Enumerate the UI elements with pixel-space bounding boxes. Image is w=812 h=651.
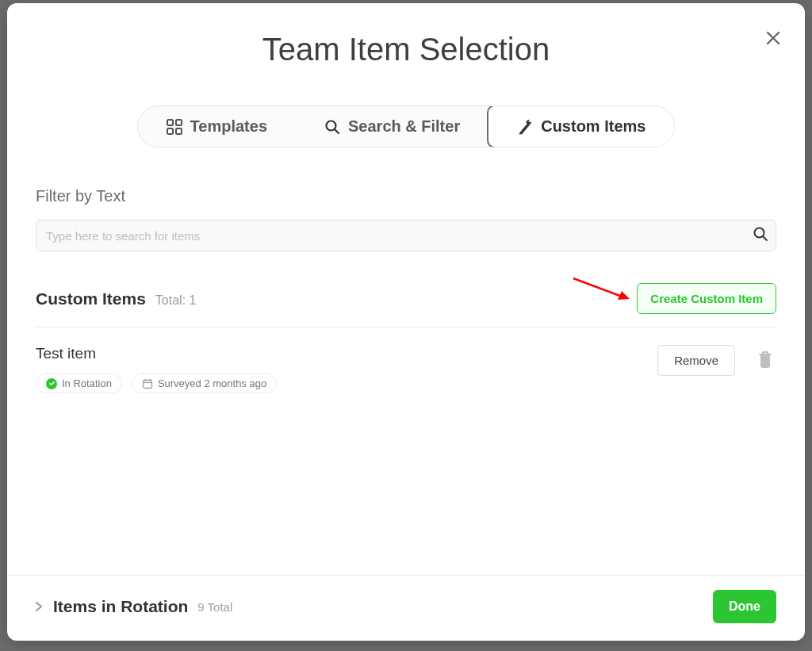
tab-templates[interactable]: Templates: [138, 106, 296, 147]
chip-label: In Rotation: [62, 377, 112, 389]
filter-label: Filter by Text: [36, 187, 776, 205]
modal-title: Team Item Selection: [36, 32, 776, 67]
svg-line-5: [335, 129, 339, 133]
modal-footer: Items in Rotation 9 Total Done: [7, 575, 805, 641]
search-icon: [753, 226, 768, 245]
tab-bar: Templates Search & Filter Custom Items: [36, 105, 776, 147]
svg-rect-14: [761, 354, 769, 367]
tools-icon: [517, 119, 533, 135]
svg-rect-10: [143, 380, 151, 388]
grid-icon: [167, 119, 182, 135]
svg-rect-0: [167, 120, 173, 125]
calendar-icon: [142, 378, 153, 389]
tab-group: Templates Search & Filter Custom Items: [137, 105, 676, 147]
custom-item-row: Test item In Rotation Surveyed 2 months …: [36, 327, 776, 411]
footer-title: Items in Rotation: [53, 597, 188, 616]
svg-line-8: [573, 278, 624, 297]
tab-label: Custom Items: [541, 117, 645, 136]
tab-label: Templates: [190, 117, 267, 136]
chevron-right-icon: [34, 600, 44, 613]
tab-label: Search & Filter: [348, 117, 460, 136]
footer-subtitle: 9 Total: [197, 600, 232, 614]
svg-marker-9: [618, 291, 630, 300]
item-chips: In Rotation Surveyed 2 months ago: [36, 373, 277, 393]
custom-items-header: Custom Items Total: 1 Create Custom Item: [36, 283, 776, 327]
svg-rect-2: [167, 128, 173, 134]
check-badge-icon: [46, 378, 57, 389]
search-input[interactable]: [36, 220, 776, 251]
remove-button[interactable]: Remove: [657, 345, 735, 376]
annotation-arrow: [570, 274, 634, 304]
search-icon: [324, 119, 340, 135]
close-icon: [766, 31, 780, 45]
chip-rotation: In Rotation: [36, 373, 122, 393]
custom-items-title: Custom Items: [36, 289, 146, 308]
done-button[interactable]: Done: [713, 590, 776, 623]
svg-rect-1: [176, 120, 182, 125]
create-custom-item-button[interactable]: Create Custom Item: [637, 283, 776, 314]
trash-icon: [757, 350, 773, 368]
tab-search-filter[interactable]: Search & Filter: [296, 106, 488, 147]
svg-rect-3: [176, 128, 182, 134]
custom-items-total: Total: 1: [155, 293, 197, 308]
search-container: [36, 220, 776, 251]
items-rotation-toggle[interactable]: Items in Rotation 9 Total: [34, 597, 232, 616]
close-button[interactable]: [760, 25, 786, 51]
delete-button[interactable]: [754, 347, 776, 373]
svg-point-6: [755, 228, 764, 238]
modal: Team Item Selection Templates Search & F…: [7, 3, 805, 641]
svg-point-4: [327, 121, 336, 130]
svg-line-7: [764, 237, 768, 241]
chip-surveyed: Surveyed 2 months ago: [132, 373, 277, 393]
item-title: Test item: [36, 345, 277, 362]
chip-label: Surveyed 2 months ago: [158, 377, 266, 389]
tab-custom-items[interactable]: Custom Items: [487, 105, 675, 147]
